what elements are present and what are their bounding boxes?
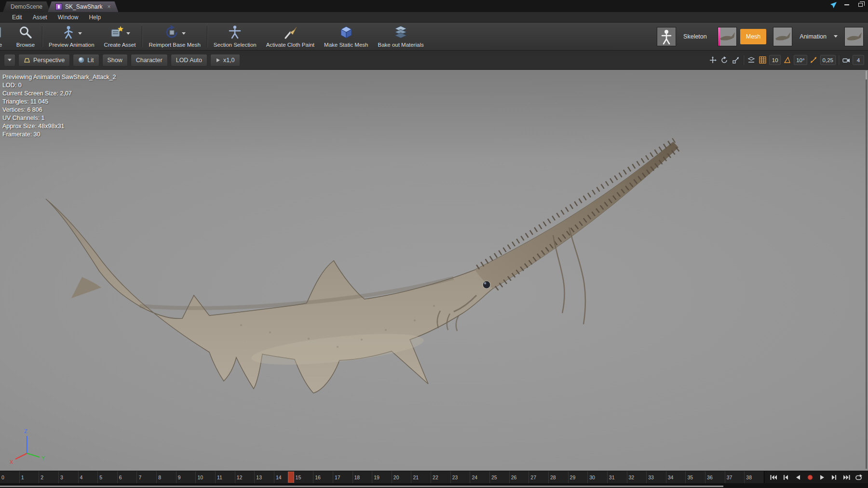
menu-item[interactable]: Asset <box>27 14 53 21</box>
menu-item[interactable]: Help <box>83 14 106 21</box>
step-forward-button[interactable] <box>830 473 839 482</box>
timeline-frame[interactable]: 5 <box>97 471 117 483</box>
scrollbar-thumb[interactable] <box>866 71 867 79</box>
timeline-frame[interactable]: 3 <box>58 471 78 483</box>
surface-snap-icon[interactable] <box>746 55 756 65</box>
perspective-button[interactable]: Perspective <box>18 54 70 66</box>
timeline-frame[interactable]: 9 <box>176 471 196 483</box>
timeline-frame[interactable]: 1 <box>19 471 39 483</box>
angle-snap-value[interactable]: 10° <box>794 55 807 65</box>
timeline-frame[interactable]: 27 <box>529 471 548 483</box>
timeline-frame[interactable]: 10 <box>195 471 215 483</box>
translate-tool-icon[interactable] <box>707 55 718 65</box>
timeline-frame[interactable]: 16 <box>313 471 333 483</box>
timeline-frame[interactable]: 0 <box>0 471 19 483</box>
play-reverse-button[interactable] <box>794 473 802 482</box>
mesh-tab-button[interactable]: Mesh <box>715 25 769 48</box>
grid-snap-icon[interactable] <box>758 55 768 65</box>
playback-speed-button[interactable]: x1,0 <box>210 54 240 66</box>
timeline-scrubber[interactable] <box>288 472 294 483</box>
activate-cloth-paint-button[interactable]: Activate Cloth Paint <box>261 23 319 50</box>
timeline-frame[interactable]: 2 <box>39 471 58 483</box>
timeline-frame[interactable]: 7 <box>136 471 156 483</box>
tab-demoscene[interactable]: DemoScene <box>3 1 50 12</box>
minimize-button[interactable] <box>843 1 851 8</box>
lod-auto-button[interactable]: LOD Auto <box>171 54 207 66</box>
animation-timeline: 0123456789101112131415161718192021222324… <box>0 471 868 483</box>
make-static-mesh-button[interactable]: Make Static Mesh <box>319 23 373 50</box>
timeline-frame[interactable]: 11 <box>215 471 235 483</box>
timeline-frame[interactable]: 22 <box>431 471 450 483</box>
angle-snap-icon[interactable] <box>782 55 792 65</box>
scale-snap-icon[interactable] <box>809 55 819 65</box>
play-button[interactable] <box>818 473 827 482</box>
step-back-button[interactable] <box>781 473 790 482</box>
camera-speed-icon[interactable] <box>841 55 851 65</box>
timeline-frame[interactable]: 24 <box>470 471 489 483</box>
animation-caret-icon[interactable] <box>834 35 838 38</box>
window-tab-bar: DemoScene SK_SawShark × <box>0 0 868 12</box>
create-asset-caret-icon[interactable] <box>126 32 130 35</box>
timeline-frame[interactable]: 17 <box>333 471 353 483</box>
timeline-frame[interactable]: 23 <box>450 471 470 483</box>
timeline-frame[interactable]: 20 <box>392 471 411 483</box>
timeline-frame[interactable]: 37 <box>725 471 745 483</box>
viewport-options-button[interactable] <box>4 54 15 66</box>
timeline-frame[interactable]: 30 <box>587 471 607 483</box>
timeline-frame[interactable]: 15 <box>294 471 313 483</box>
timeline-frame[interactable]: 33 <box>646 471 666 483</box>
save-button[interactable]: Save <box>0 23 11 50</box>
timeline-frame[interactable]: 29 <box>568 471 588 483</box>
timeline-frame[interactable]: 18 <box>353 471 372 483</box>
viewport-vertical-scrollbar[interactable] <box>866 71 867 469</box>
browse-button[interactable]: Browse <box>11 23 41 50</box>
timeline-frame[interactable]: 21 <box>411 471 431 483</box>
create-asset-button[interactable]: Create Asset <box>99 23 141 50</box>
camera-speed-value[interactable]: 4 <box>853 55 864 65</box>
timeline-frame[interactable]: 4 <box>78 471 98 483</box>
go-to-end-button[interactable] <box>842 473 851 482</box>
preview-animation-caret-icon[interactable] <box>78 32 82 35</box>
grid-snap-value[interactable]: 10 <box>769 55 781 65</box>
timeline-frame[interactable]: 32 <box>627 471 647 483</box>
timeline-frame[interactable]: 12 <box>235 471 255 483</box>
go-to-front-button[interactable] <box>769 473 778 482</box>
timeline-frame[interactable]: 35 <box>685 471 705 483</box>
feedback-icon[interactable] <box>829 1 837 8</box>
skeleton-tab-button[interactable]: Skeleton <box>654 25 713 48</box>
timeline-frame[interactable]: 28 <box>548 471 568 483</box>
horizontal-scrollbar[interactable] <box>0 486 723 487</box>
viewport-3d[interactable]: Perspective Lit Show Character LOD Auto … <box>0 51 868 471</box>
timeline-frame[interactable]: 26 <box>509 471 529 483</box>
character-menu-button[interactable]: Character <box>131 54 168 66</box>
animation-tab-button[interactable]: Animation <box>771 25 840 48</box>
scale-snap-value[interactable]: 0,25 <box>820 55 836 65</box>
close-tab-icon[interactable]: × <box>107 3 110 10</box>
show-menu-button[interactable]: Show <box>102 54 128 66</box>
timeline-frame[interactable]: 8 <box>156 471 176 483</box>
preview-animation-button[interactable]: Preview Animation <box>44 23 99 50</box>
timeline-frame[interactable]: 31 <box>607 471 627 483</box>
record-button[interactable] <box>806 473 814 482</box>
bake-out-materials-button[interactable]: Bake out Materials <box>373 23 428 50</box>
loop-toggle-button[interactable] <box>854 473 863 482</box>
rotate-tool-icon[interactable] <box>719 55 729 65</box>
timeline-frame[interactable]: 38 <box>744 471 764 483</box>
timeline-frame[interactable]: 19 <box>372 471 392 483</box>
menu-item[interactable]: Window <box>53 14 84 21</box>
lit-mode-button[interactable]: Lit <box>73 54 99 66</box>
stat-line: Previewing Animation SawShark_Attack_2 <box>2 73 116 81</box>
physics-tab-button[interactable]: Physics <box>842 25 868 48</box>
section-selection-button[interactable]: Section Selection <box>209 23 261 50</box>
reimport-base-mesh-button[interactable]: Reimport Base Mesh <box>144 23 205 50</box>
timeline-frame[interactable]: 34 <box>666 471 686 483</box>
timeline-frame[interactable]: 36 <box>705 471 725 483</box>
restore-button[interactable] <box>856 1 864 8</box>
reimport-caret-icon[interactable] <box>182 32 186 35</box>
timeline-frame[interactable]: 25 <box>489 471 509 483</box>
timeline-frame[interactable]: 13 <box>254 471 274 483</box>
timeline-frame[interactable]: 6 <box>117 471 137 483</box>
tab-sk-sawshark[interactable]: SK_SawShark × <box>48 1 118 12</box>
scale-tool-icon[interactable] <box>731 55 741 65</box>
menu-item[interactable]: Edit <box>7 14 27 21</box>
